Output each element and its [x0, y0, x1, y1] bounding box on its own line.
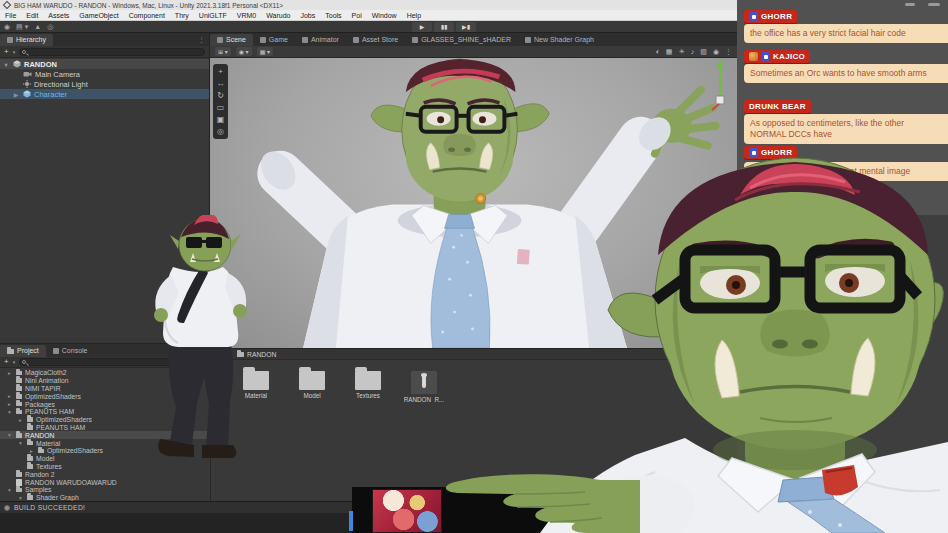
audio-toggle-icon[interactable]: ♪: [691, 47, 695, 57]
tab-glasses-shine-shader[interactable]: GLASSES_SHINE_sHADER: [405, 34, 518, 46]
tab-project[interactable]: Project: [0, 345, 46, 357]
scene-file-icon: [16, 479, 22, 486]
scene-controlbar: ⊞ ▾ ◉ ▾ ▦ ▾ ◐ ▦ ☀ ♪ ▧ ◉ ⋮: [210, 46, 737, 58]
lighting-toggle-icon[interactable]: ☀: [678, 47, 684, 57]
tool-handle-dropdown[interactable]: ⊞ ▾: [215, 47, 231, 56]
search-icon: [22, 50, 26, 54]
menu-tools[interactable]: Tools: [320, 10, 346, 21]
add-gameobject-button[interactable]: +: [4, 47, 9, 57]
menu-component[interactable]: Component: [124, 10, 170, 21]
view-tool-icon[interactable]: +: [213, 66, 228, 77]
menu-help[interactable]: Help: [402, 10, 426, 21]
pause-button[interactable]: ▮▮: [434, 22, 454, 32]
unity-logo-icon: [3, 1, 11, 9]
hierarchy-item-directional-light[interactable]: Directional Light: [0, 79, 209, 89]
tab-asset-store[interactable]: Asset Store: [346, 34, 405, 46]
hierarchy-toolbar: + ▾: [0, 46, 209, 58]
foldout-icon[interactable]: ▶: [12, 91, 20, 98]
project-tab-icon: [7, 349, 14, 354]
game-tab-icon: [260, 37, 266, 43]
member-badge-icon: [749, 52, 758, 61]
hierarchy-tabstrip: Hierarchy ⋮: [0, 33, 209, 46]
rect-tool-icon[interactable]: ▣: [213, 114, 228, 125]
menu-gameobject[interactable]: GameObject: [74, 10, 123, 21]
step-button[interactable]: ▶▮: [456, 22, 476, 32]
add-asset-dropdown-icon[interactable]: ▾: [13, 359, 16, 365]
menu-warudo[interactable]: Warudo: [261, 10, 295, 21]
hierarchy-tab-icon: [7, 37, 13, 43]
asset-store-tab-icon: [353, 37, 359, 43]
layers-dropdown-icon[interactable]: ▤ ▾: [16, 22, 28, 32]
camera-icon: [23, 70, 32, 78]
status-log-icon: [4, 505, 10, 511]
account-icon[interactable]: ◉: [4, 22, 10, 32]
foldout-icon[interactable]: ▾: [2, 61, 10, 68]
menu-edit[interactable]: Edit: [21, 10, 43, 21]
tree-item[interactable]: RANDON WARUDOAWARUD: [0, 478, 210, 486]
pivot-dropdown[interactable]: ◉ ▾: [236, 47, 252, 56]
unity-scene-icon: [13, 60, 21, 68]
gizmos-menu-icon[interactable]: ⋮: [725, 47, 732, 57]
dancing-orc-avatar: [148, 215, 268, 460]
tab-animator[interactable]: Animator: [295, 34, 346, 46]
moderator-badge-icon: [749, 12, 758, 21]
add-asset-button[interactable]: +: [4, 357, 9, 367]
hierarchy-item-main-camera[interactable]: Main Camera: [0, 69, 209, 79]
effects-dropdown-icon[interactable]: ▧: [700, 47, 707, 57]
scale-tool-icon[interactable]: ▭: [213, 102, 228, 113]
prefab-cube-icon: [23, 90, 31, 98]
hierarchy-search-input[interactable]: [19, 48, 205, 56]
menu-window[interactable]: Window: [367, 10, 402, 21]
play-button[interactable]: ▶: [412, 22, 432, 32]
console-tab-icon: [53, 348, 59, 354]
add-dropdown-icon[interactable]: ▾: [13, 49, 16, 55]
tree-item[interactable]: Textures: [0, 463, 210, 471]
menu-jobs[interactable]: Jobs: [295, 10, 320, 21]
tab-game[interactable]: Game: [253, 34, 295, 46]
hierarchy-item-character[interactable]: ▶ Character: [0, 89, 209, 99]
scene-tabstrip: Scene Game Animator Asset Store GLASSES_…: [210, 33, 737, 46]
menu-file[interactable]: File: [0, 10, 21, 21]
visibility-icon[interactable]: ◉: [713, 47, 719, 57]
scene-tab-icon: [217, 37, 223, 43]
move-tool-icon[interactable]: ↔: [213, 78, 228, 89]
shader-graph-tab-icon: [525, 37, 531, 43]
search-icon: [22, 360, 26, 364]
chat-user-badge: KAJICO: [744, 50, 810, 63]
chat-user-badge: DRUNK BEAR: [744, 100, 811, 113]
chat-message: Sometimes an Orc wants to have smooth ar…: [744, 64, 948, 83]
hierarchy-item-randon[interactable]: ▾ RANDON: [0, 59, 209, 69]
light-icon: [23, 80, 31, 88]
shading-mode-icon[interactable]: ◐: [656, 47, 660, 57]
menu-vrm0[interactable]: VRM0: [232, 10, 261, 21]
tree-item[interactable]: Randon 2: [0, 470, 210, 478]
services-icon[interactable]: ◎: [47, 22, 53, 32]
tab-hierarchy[interactable]: Hierarchy: [0, 34, 53, 46]
transform-gizmo[interactable]: [711, 60, 731, 112]
asset-tile-model[interactable]: Model: [291, 371, 333, 403]
cloud-icon[interactable]: ▲: [34, 22, 41, 32]
scene-tools-overlay: + ↔ ↻ ▭ ▣ ◎: [213, 64, 228, 139]
folder-icon: [299, 371, 325, 390]
2d-toggle-icon[interactable]: ▦: [666, 47, 673, 57]
hierarchy-menu-icon[interactable]: ⋮: [198, 34, 209, 46]
unity-editor-window: BIG HAM WARUDO - RANDON - Windows, Mac, …: [0, 0, 948, 533]
tab-console[interactable]: Console: [46, 345, 95, 357]
snap-dropdown[interactable]: ▦ ▾: [257, 47, 273, 56]
chat-message: As opposed to centimeters, like the othe…: [744, 114, 948, 144]
tab-scene[interactable]: Scene: [210, 34, 253, 46]
window-title: BIG HAM WARUDO - RANDON - Windows, Mac, …: [14, 2, 283, 9]
menu-assets[interactable]: Assets: [43, 10, 74, 21]
tree-item[interactable]: ▾Samples: [0, 486, 210, 494]
transform-tool-icon[interactable]: ◎: [213, 126, 228, 137]
menu-poi[interactable]: Poi: [347, 10, 367, 21]
chat-message: the office has a very strict facial hair…: [744, 24, 948, 43]
chat-user-badge: GHORR: [744, 10, 797, 23]
menu-unigltf[interactable]: UniGLTF: [194, 10, 232, 21]
animator-tab-icon: [302, 37, 308, 43]
status-message: BUILD SUCCEEDED!: [14, 504, 85, 511]
rotate-tool-icon[interactable]: ↻: [213, 90, 228, 101]
menu-thry[interactable]: Thry: [170, 10, 194, 21]
tab-new-shader-graph[interactable]: New Shader Graph: [518, 34, 601, 46]
shader-tab-icon: [412, 37, 418, 43]
